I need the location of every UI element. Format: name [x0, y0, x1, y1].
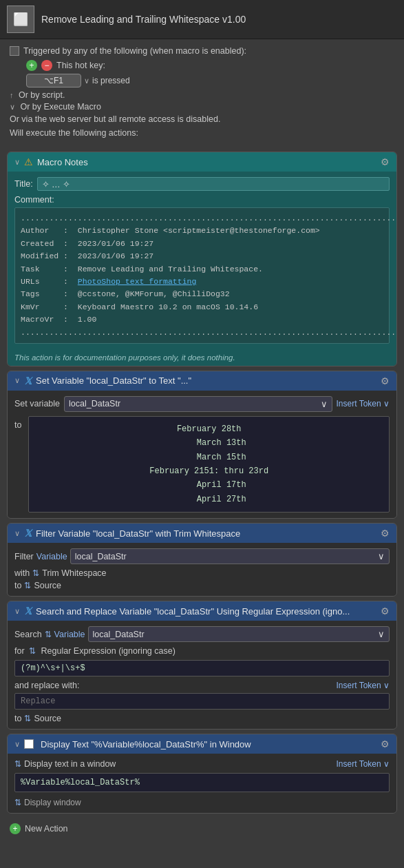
set-variable-x-icon: 𝕏: [24, 375, 32, 386]
title-field-label: Title:: [14, 179, 33, 189]
display-text-block: ∨ Display Text "%Variable%local_DataStr%…: [7, 734, 397, 814]
header-title: Remove Leading and Trailing Whitespace v…: [41, 14, 246, 25]
comment-label: Comment:: [14, 195, 390, 205]
filter-variable-body: Filter Variable local_DataStr ∨ with ⇅ T…: [8, 543, 396, 596]
search-collapse-icon[interactable]: ∨: [14, 607, 20, 616]
trigger-section: Triggered by any of the following (when …: [0, 39, 404, 147]
display-text-header[interactable]: ∨ Display Text "%Variable%local_DataStr%…: [8, 734, 396, 754]
display-text-input[interactable]: [14, 773, 390, 792]
web-row: Or via the web server but all remote acc…: [10, 114, 394, 124]
doc-note: This action is for documentation purpose…: [8, 349, 396, 366]
display-collapse-icon[interactable]: ∨: [14, 740, 20, 749]
web-note-label: Or via the web server but all remote acc…: [10, 114, 220, 124]
urls-link[interactable]: PhotoShop text formatting: [78, 277, 197, 286]
set-variable-gear-icon[interactable]: ⚙: [381, 375, 390, 386]
search-replace-title: Search and Replace Variable "local_DataS…: [36, 606, 376, 617]
to-source-to-label: to: [14, 581, 21, 590]
search-row: Search ⇅ Variable local_DataStr ∨: [14, 626, 390, 642]
filter-collapse-icon[interactable]: ∨: [14, 529, 20, 538]
new-action-label: New Action: [25, 824, 68, 834]
to-label: to: [14, 416, 21, 430]
var-name-dropdown[interactable]: local_DataStr ∨: [64, 396, 332, 412]
search-gear-icon[interactable]: ⚙: [381, 606, 390, 617]
var-dropdown-arrow-icon: ∨: [321, 399, 328, 409]
macro-notes-warning-icon: ⚠: [24, 156, 33, 167]
filter-gear-icon[interactable]: ⚙: [381, 528, 390, 539]
search-var-dropdown[interactable]: local_DataStr ∨: [88, 626, 390, 642]
insert-token-button[interactable]: Insert Token ∨: [337, 399, 390, 409]
display-window-arrows-icon: ⇅: [14, 798, 21, 807]
with-row: with ⇅ Trim Whitespace: [14, 568, 390, 578]
display-gear-icon[interactable]: ⚙: [381, 738, 390, 750]
or-by-script-row[interactable]: ↑ Or by script.: [10, 90, 394, 100]
search-replace-block: ∨ 𝕏 Search and Replace Variable "local_D…: [7, 601, 397, 730]
filter-title: Filter Variable "local_DataStr" with Tri…: [36, 528, 376, 539]
search-arrows-icon: ⇅: [45, 630, 52, 639]
header: ⬜ Remove Leading and Trailing Whitespace…: [0, 0, 404, 39]
search-variable-label: Variable: [54, 630, 85, 639]
hotkey-dropdown-arrow[interactable]: ∨: [84, 76, 89, 85]
macro-notes-gear-icon[interactable]: ⚙: [381, 156, 390, 167]
search-replace-header[interactable]: ∨ 𝕏 Search and Replace Variable "local_D…: [8, 601, 396, 621]
var-name-value: local_DataStr: [69, 399, 120, 409]
up-down-arrows-icon: ⇅: [32, 568, 39, 578]
macro-icon: ⬜: [7, 6, 34, 33]
hotkey-pill[interactable]: ⌥F1: [26, 74, 81, 87]
will-execute-label: Will execute the following actions:: [10, 128, 138, 138]
hotkey-label: This hot key:: [56, 61, 105, 70]
filter-row: Filter Variable local_DataStr ∨: [14, 548, 390, 564]
search-var-name: local_DataStr: [93, 630, 145, 639]
search-dropdown-arrow-icon: ∨: [378, 629, 385, 639]
comment-box: ........................................…: [14, 207, 390, 344]
or-by-execute-macro-row[interactable]: ∨ Or by Execute Macro: [10, 102, 394, 112]
set-variable-text-area[interactable]: February 28th March 13th March 15th Febr…: [28, 416, 390, 513]
trigger-label: Triggered by any of the following (when …: [23, 46, 246, 56]
with-label: with: [14, 568, 30, 578]
or-by-execute-macro-label: Or by Execute Macro: [20, 102, 100, 112]
execute-macro-arrow-icon: ∨: [10, 103, 15, 111]
macro-notes-block: ∨ ⚠ Macro Notes ⚙ Title: Comment: ......…: [7, 152, 397, 366]
macro-notes-header[interactable]: ∨ ⚠ Macro Notes ⚙: [8, 152, 396, 172]
display-white-square-icon: [24, 739, 34, 749]
search-label: Search: [14, 630, 42, 639]
add-trigger-button[interactable]: +: [26, 60, 37, 71]
trigger-checkbox[interactable]: [10, 46, 19, 56]
display-insert-token-button[interactable]: Insert Token ∨: [337, 759, 390, 769]
to-row: to February 28th March 13th March 15th F…: [14, 416, 390, 513]
filter-variable-header[interactable]: ∨ 𝕏 Filter Variable "local_DataStr" with…: [8, 524, 396, 543]
set-variable-block: ∨ 𝕏 Set Variable "local_DataStr" to Text…: [7, 371, 397, 519]
search-source-arrows-icon: ⇅: [24, 714, 31, 723]
set-variable-header[interactable]: ∨ 𝕏 Set Variable "local_DataStr" to Text…: [8, 371, 396, 391]
title-input[interactable]: [37, 177, 390, 191]
display-text-title: Display Text "%Variable%local_DataStr%" …: [41, 739, 376, 750]
filter-variable-block: ∨ 𝕏 Filter Variable "local_DataStr" with…: [7, 523, 397, 597]
icon-glyph: ⬜: [13, 12, 28, 27]
new-action-row[interactable]: + New Action: [0, 818, 404, 840]
filter-x-icon: 𝕏: [24, 528, 32, 539]
filter-variable-label: Variable: [36, 552, 67, 561]
filter-var-dropdown[interactable]: local_DataStr ∨: [70, 548, 390, 564]
macro-notes-collapse-icon[interactable]: ∨: [14, 158, 20, 167]
display-window-label: Display text in a window: [24, 759, 116, 769]
set-var-label: Set variable: [14, 399, 60, 409]
regex-label: Regular Expression (ignoring case): [41, 646, 176, 656]
replace-row: and replace with: Insert Token ∨: [14, 681, 390, 690]
remove-trigger-button[interactable]: −: [41, 60, 52, 71]
search-x-icon: 𝕏: [24, 606, 32, 617]
display-subrow: ⇅ Display text in a window Insert Token …: [14, 759, 390, 769]
script-arrow-icon: ↑: [10, 91, 14, 99]
to-source-row: to ⇅ Source: [14, 581, 390, 590]
trim-label: Trim Whitespace: [42, 568, 106, 578]
source-label: Source: [34, 581, 61, 590]
macro-notes-title: Macro Notes: [37, 157, 376, 167]
search-insert-token-button[interactable]: Insert Token ∨: [337, 681, 390, 690]
macro-notes-body: Title: Comment: ........................…: [8, 172, 396, 349]
set-variable-collapse-icon[interactable]: ∨: [14, 376, 20, 385]
regex-input[interactable]: [14, 660, 390, 676]
set-var-row: Set variable local_DataStr ∨ Insert Toke…: [14, 396, 390, 412]
replace-input[interactable]: [14, 693, 390, 710]
set-variable-title: Set Variable "local_DataStr" to Text "..…: [36, 375, 376, 386]
filter-dropdown-arrow-icon: ∨: [378, 551, 385, 561]
new-action-plus-icon: +: [10, 823, 21, 834]
for-arrows-icon: ⇅: [29, 646, 36, 656]
